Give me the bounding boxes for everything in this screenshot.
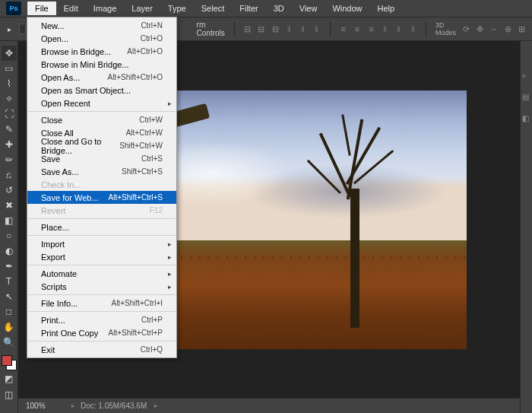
menu-separator — [28, 311, 176, 312]
menu-select[interactable]: Select — [194, 2, 233, 15]
menu-layer[interactable]: Layer — [124, 2, 160, 15]
arrow-icon: ▸ — [6, 23, 13, 35]
3d-mode-icon[interactable]: ⊞ — [518, 22, 526, 36]
distribute-icon[interactable]: ⦀ — [382, 22, 389, 36]
menu-item-shortcut: Ctrl+P — [141, 316, 163, 324]
panel-icon[interactable]: ▤ — [522, 93, 531, 102]
menu-item-close-and-go-to-bridge[interactable]: Close and Go to Bridge...Shift+Ctrl+W — [27, 139, 176, 152]
quick-mask-button[interactable]: ◩ — [2, 371, 17, 386]
zoom-menu-icon[interactable]: ▸ — [71, 402, 74, 409]
marquee-tool[interactable]: ▭ — [2, 61, 17, 76]
brush-tool[interactable]: ✏ — [2, 152, 17, 167]
tool-preset-button[interactable] — [19, 24, 26, 34]
menu-item-print-one-copy[interactable]: Print One CopyAlt+Shift+Ctrl+P — [27, 326, 176, 339]
menu-image[interactable]: Image — [86, 2, 125, 15]
align-icon[interactable]: ⊟ — [258, 22, 265, 36]
align-icon[interactable]: ⫴ — [313, 22, 321, 36]
menu-item-label: Import — [41, 240, 65, 249]
gradient-tool[interactable]: ◧ — [2, 213, 17, 228]
eyedropper-tool[interactable]: ✎ — [2, 122, 17, 137]
menu-item-label: Revert — [41, 206, 65, 215]
menu-item-save[interactable]: SaveCtrl+S — [27, 152, 176, 165]
menu-separator — [28, 218, 176, 219]
healing-brush-tool[interactable]: ✚ — [2, 137, 17, 152]
screen-mode-button[interactable]: ◫ — [2, 387, 17, 402]
distribute-icon[interactable]: ≡ — [340, 22, 347, 36]
divider — [234, 21, 235, 37]
collapse-icon[interactable]: « — [522, 71, 531, 81]
menu-window[interactable]: Window — [325, 2, 369, 15]
align-icon[interactable]: ⊟ — [243, 22, 251, 36]
menu-item-label: Exit — [41, 345, 55, 354]
menu-item-scripts[interactable]: Scripts — [27, 280, 176, 293]
move-tool[interactable]: ✥ — [2, 46, 17, 61]
menu-item-close[interactable]: CloseCtrl+W — [27, 113, 176, 126]
align-icon[interactable]: ⊟ — [271, 22, 279, 36]
menu-view[interactable]: View — [292, 2, 325, 15]
distribute-icon[interactable]: ⦀ — [395, 22, 403, 36]
type-tool[interactable]: T — [2, 274, 17, 289]
distribute-icon[interactable]: ≡ — [367, 22, 375, 36]
menu-item-label: Place... — [41, 223, 69, 232]
menu-item-print[interactable]: Print...Ctrl+P — [27, 313, 176, 326]
divider — [426, 21, 426, 37]
menu-item-open-recent[interactable]: Open Recent — [27, 97, 176, 110]
menu-item-label: Open as Smart Object... — [41, 86, 131, 95]
menu-item-open-as-smart-object[interactable]: Open as Smart Object... — [27, 84, 176, 97]
pen-tool[interactable]: ✒ — [2, 259, 17, 274]
menu-item-save-as[interactable]: Save As...Shift+Ctrl+S — [27, 165, 176, 178]
menu-item-export[interactable]: Export — [27, 250, 176, 263]
status-bar: 100% ▸ Doc: 1.05M/643.6M ▸ — [18, 398, 520, 413]
menu-separator — [28, 235, 176, 236]
tools-panel: ✥▭⌇✧⛶✎✚✏⎌↺✖◧○◐✒T↖□✋🔍 ◩ ◫ — [0, 41, 18, 413]
clone-stamp-tool[interactable]: ⎌ — [2, 167, 17, 183]
menu-item-file-info[interactable]: File Info...Alt+Shift+Ctrl+I — [27, 297, 176, 310]
menu-item-label: Browse in Bridge... — [41, 47, 111, 56]
menu-item-exit[interactable]: ExitCtrl+Q — [27, 343, 176, 356]
eraser-tool[interactable]: ✖ — [2, 198, 17, 213]
3d-mode-icon[interactable]: ✥ — [476, 22, 483, 36]
doc-info-menu-icon[interactable]: ▸ — [154, 402, 157, 409]
hand-tool[interactable]: ✋ — [2, 319, 17, 335]
menu-filter[interactable]: Filter — [232, 2, 265, 15]
align-icon[interactable]: ⫴ — [285, 22, 293, 36]
menu-item-save-for-web[interactable]: Save for Web...Alt+Shift+Ctrl+S — [27, 191, 176, 204]
dodge-tool[interactable]: ◐ — [2, 243, 17, 259]
menu-type[interactable]: Type — [160, 2, 194, 15]
menu-item-browse-in-mini-bridge[interactable]: Browse in Mini Bridge... — [27, 58, 176, 71]
shape-tool[interactable]: □ — [2, 304, 17, 319]
menu-item-open[interactable]: Open...Ctrl+O — [27, 32, 176, 45]
menu-item-label: Save As... — [41, 167, 79, 176]
3d-mode-icon[interactable]: ⟳ — [462, 22, 470, 36]
menu-item-automate[interactable]: Automate — [27, 267, 176, 280]
menu-help[interactable]: Help — [370, 2, 403, 15]
menu-item-shortcut: Ctrl+W — [139, 116, 163, 124]
distribute-icon[interactable]: ⦀ — [409, 22, 416, 36]
menu-item-browse-in-bridge[interactable]: Browse in Bridge...Alt+Ctrl+O — [27, 45, 176, 58]
3d-mode-icon[interactable]: ⊕ — [505, 22, 512, 36]
zoom-tool[interactable]: 🔍 — [2, 335, 17, 350]
path-selection-tool[interactable]: ↖ — [2, 289, 17, 304]
magic-wand-tool[interactable]: ✧ — [2, 91, 17, 106]
foreground-color[interactable] — [2, 355, 12, 366]
panel-icon[interactable]: ◧ — [522, 114, 531, 123]
menu-item-import[interactable]: Import — [27, 237, 176, 250]
menu-file[interactable]: File — [27, 2, 56, 15]
menu-item-open-as[interactable]: Open As...Alt+Shift+Ctrl+O — [27, 71, 176, 84]
color-swatches[interactable] — [2, 355, 17, 370]
doc-info[interactable]: Doc: 1.05M/643.6M — [81, 402, 147, 410]
crop-tool[interactable]: ⛶ — [2, 106, 17, 122]
zoom-level[interactable]: 100% — [26, 402, 64, 410]
menu-item-place[interactable]: Place... — [27, 221, 176, 234]
menu-3d[interactable]: 3D — [266, 2, 292, 15]
history-brush-tool[interactable]: ↺ — [2, 183, 17, 198]
menu-edit[interactable]: Edit — [56, 2, 86, 15]
menu-item-new[interactable]: New...Ctrl+N — [27, 19, 176, 32]
menu-item-label: Open Recent — [41, 99, 90, 108]
lasso-tool[interactable]: ⌇ — [2, 76, 17, 91]
blur-tool[interactable]: ○ — [2, 228, 17, 243]
align-icon[interactable]: ⫴ — [299, 22, 307, 36]
3d-mode-icon[interactable]: ↔ — [490, 22, 499, 36]
distribute-icon[interactable]: ≡ — [353, 22, 361, 36]
menu-item-label: Save — [41, 154, 60, 164]
